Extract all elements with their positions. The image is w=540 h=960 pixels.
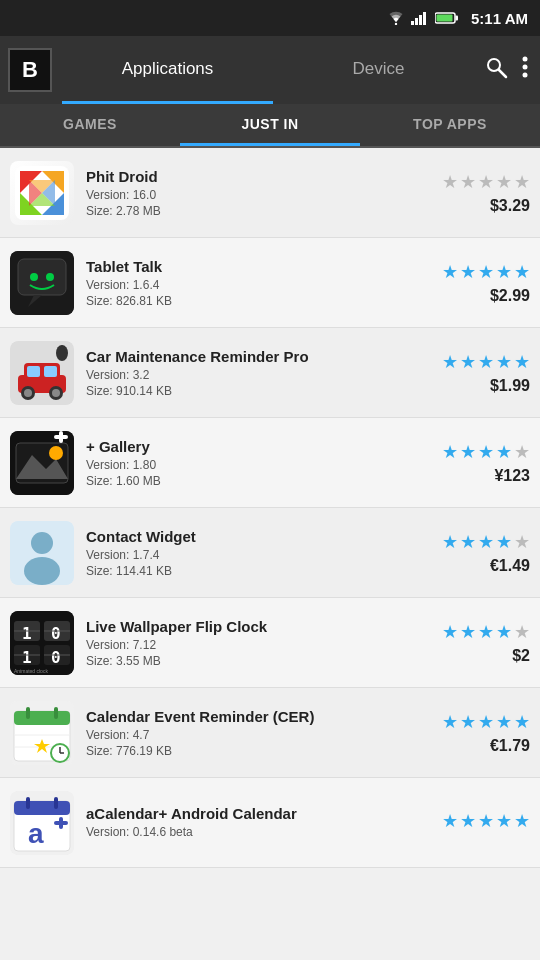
app-price: $3.29: [490, 197, 530, 215]
tab-just-in[interactable]: JUST IN: [180, 104, 360, 146]
svg-point-46: [31, 532, 53, 554]
app-icon-car-maintenance: [10, 341, 74, 405]
more-options-icon[interactable]: [522, 55, 528, 85]
svg-point-0: [395, 23, 397, 25]
app-name: Phit Droid: [86, 168, 420, 185]
svg-rect-76: [26, 797, 30, 809]
stars: ★ ★ ★ ★ ★: [442, 531, 530, 553]
star-2: ★: [460, 261, 476, 283]
svg-rect-64: [14, 711, 70, 725]
star-4: ★: [496, 261, 512, 283]
star-2: ★: [460, 441, 476, 463]
svg-rect-2: [415, 18, 418, 25]
signal-icon: [411, 11, 429, 25]
header-tabs: Applications Device: [62, 36, 484, 104]
stars: ★ ★ ★ ★ ★: [442, 441, 530, 463]
app-logo: B: [8, 48, 52, 92]
search-icon[interactable]: [484, 55, 508, 85]
star-5: ★: [514, 171, 530, 193]
star-5: ★: [514, 621, 530, 643]
star-2: ★: [460, 621, 476, 643]
star-4: ★: [496, 711, 512, 733]
list-item[interactable]: Contact Widget Version: 1.7.4 Size: 114.…: [0, 508, 540, 598]
svg-text:1: 1: [22, 648, 32, 667]
app-info-flip-clock: Live Wallpaper Flip Clock Version: 7.12 …: [86, 618, 420, 668]
svg-point-34: [24, 389, 32, 397]
app-version: Version: 3.2: [86, 368, 420, 382]
star-3: ★: [478, 351, 494, 373]
app-rating: ★ ★ ★ ★ ★ $3.29: [420, 171, 530, 215]
svg-point-42: [49, 446, 63, 460]
app-size: Size: 910.14 KB: [86, 384, 420, 398]
svg-rect-3: [419, 15, 422, 25]
list-item[interactable]: a aCalendar+ Android Calendar Version: 0…: [0, 778, 540, 868]
star-3: ★: [478, 621, 494, 643]
app-icon-contact-widget: [10, 521, 74, 585]
star-5: ★: [514, 261, 530, 283]
svg-text:1: 1: [22, 624, 32, 643]
svg-text:0: 0: [51, 624, 61, 643]
svg-rect-66: [54, 707, 58, 719]
app-icon-acalendar: a: [10, 791, 74, 855]
star-5: ★: [514, 441, 530, 463]
stars: ★ ★ ★ ★ ★: [442, 261, 530, 283]
star-1: ★: [442, 351, 458, 373]
app-name: Car Maintenance Reminder Pro: [86, 348, 420, 365]
app-size: Size: 2.78 MB: [86, 204, 420, 218]
app-price: €1.49: [490, 557, 530, 575]
tab-games[interactable]: GAMES: [0, 104, 180, 146]
svg-line-9: [499, 70, 506, 77]
star-3: ★: [478, 531, 494, 553]
app-info-acalendar: aCalendar+ Android Calendar Version: 0.1…: [86, 805, 420, 841]
svg-point-11: [523, 65, 528, 70]
header: B Applications Device: [0, 36, 540, 104]
svg-rect-75: [14, 801, 70, 815]
header-tab-device[interactable]: Device: [273, 36, 484, 104]
wifi-icon: [387, 11, 405, 25]
app-info-tablet-talk: Tablet Talk Version: 1.6.4 Size: 826.81 …: [86, 258, 420, 308]
app-rating: ★ ★ ★ ★ ★ €1.49: [420, 531, 530, 575]
header-tab-applications[interactable]: Applications: [62, 36, 273, 104]
star-3: ★: [478, 171, 494, 193]
star-2: ★: [460, 810, 476, 832]
app-size: Size: 776.19 KB: [86, 744, 420, 758]
list-item[interactable]: Tablet Talk Version: 1.6.4 Size: 826.81 …: [0, 238, 540, 328]
status-time: 5:11 AM: [471, 10, 528, 27]
svg-rect-1: [411, 21, 414, 25]
list-item[interactable]: Calendar Event Reminder (CER) Version: 4…: [0, 688, 540, 778]
app-rating: ★ ★ ★ ★ ★ $2.99: [420, 261, 530, 305]
svg-rect-77: [54, 797, 58, 809]
star-3: ★: [478, 261, 494, 283]
svg-rect-32: [44, 366, 57, 377]
stars: ★ ★ ★ ★ ★: [442, 351, 530, 373]
list-item[interactable]: 1 0 1 0 Animated clock Live Wallpaper Fl…: [0, 598, 540, 688]
list-item[interactable]: Car Maintenance Reminder Pro Version: 3.…: [0, 328, 540, 418]
star-2: ★: [460, 531, 476, 553]
tab-top-apps[interactable]: TOP APPS: [360, 104, 540, 146]
svg-text:Animated clock: Animated clock: [14, 668, 48, 674]
list-item[interactable]: + Gallery Version: 1.80 Size: 1.60 MB ★ …: [0, 418, 540, 508]
app-size: Size: 826.81 KB: [86, 294, 420, 308]
app-rating: ★ ★ ★ ★ ★ ¥123: [420, 441, 530, 485]
app-icon-phit-droid: [10, 161, 74, 225]
app-icon-gallery: [10, 431, 74, 495]
app-version: Version: 16.0: [86, 188, 420, 202]
svg-point-25: [30, 273, 38, 281]
status-icons: 5:11 AM: [387, 10, 528, 27]
star-5: ★: [514, 711, 530, 733]
app-info-car-maintenance: Car Maintenance Reminder Pro Version: 3.…: [86, 348, 420, 398]
svg-rect-80: [59, 817, 63, 829]
star-5: ★: [514, 810, 530, 832]
svg-point-47: [24, 557, 60, 585]
app-name: Tablet Talk: [86, 258, 420, 275]
app-price: $1.99: [490, 377, 530, 395]
svg-rect-65: [26, 707, 30, 719]
svg-text:a: a: [28, 818, 44, 849]
app-list: Phit Droid Version: 16.0 Size: 2.78 MB ★…: [0, 148, 540, 960]
svg-point-36: [52, 389, 60, 397]
stars: ★ ★ ★ ★ ★: [442, 171, 530, 193]
list-item[interactable]: Phit Droid Version: 16.0 Size: 2.78 MB ★…: [0, 148, 540, 238]
star-5: ★: [514, 351, 530, 373]
status-bar: 5:11 AM: [0, 0, 540, 36]
app-name: + Gallery: [86, 438, 420, 455]
